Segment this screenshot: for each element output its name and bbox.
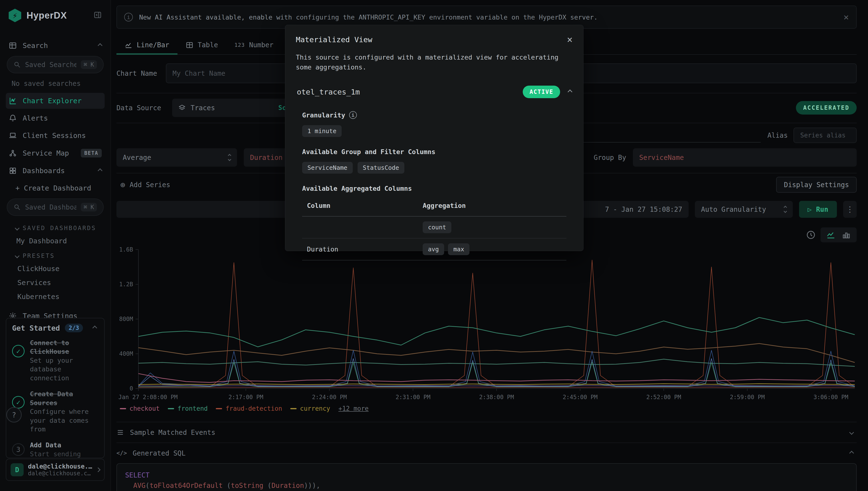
add-series-button[interactable]: ⊕ Add Series [116, 180, 170, 190]
sidebar-item-alerts[interactable]: Alerts [6, 110, 104, 126]
sidebar-collapse-icon[interactable] [94, 11, 102, 20]
legend-item: frontend [168, 405, 208, 412]
generated-sql-row[interactable]: </> Generated SQL [116, 443, 857, 463]
time-history-icon[interactable] [806, 230, 816, 240]
sidebar-item-chart-explorer[interactable]: Chart Explorer [6, 93, 104, 109]
app-title: HyperDX [27, 10, 88, 21]
chevron-down-icon [15, 254, 20, 258]
chevron-up-icon [849, 451, 854, 456]
get-started-card: Get Started 2/3 ✓ Connect to ClickHouse … [6, 318, 104, 458]
active-status-badge: ACTIVE [523, 86, 560, 98]
legend-item: currency [290, 405, 330, 412]
group-filter-columns-label: Available Group and Filter Columns [296, 148, 573, 155]
info-icon: i [124, 13, 133, 22]
check-circle-icon: ✓ [12, 396, 25, 408]
svg-text:0: 0 [130, 385, 133, 392]
user-menu[interactable]: D dale@clickhouse.… dale@clickhouse.c… [6, 459, 104, 481]
sidebar: ⚡ HyperDX Search Saved Searches ⌘ K No s… [0, 0, 111, 491]
no-saved-searches-text: No saved searches [6, 78, 104, 93]
materialized-view-modal: Materialized View × This source is confi… [285, 25, 583, 251]
area-chart-toggle-icon[interactable] [826, 230, 835, 239]
saved-dashboards-input[interactable]: Saved Dashboards ⌘ K [7, 199, 104, 216]
laptop-icon [9, 132, 17, 140]
aggregation-header: Aggregation [423, 202, 466, 209]
sidebar-item-services[interactable]: Services [6, 276, 104, 290]
group-by-label: Group By [594, 154, 626, 162]
group-by-input[interactable]: ServiceName [633, 148, 857, 167]
sidebar-item-clickhouse[interactable]: ClickHouse [6, 262, 104, 276]
svg-text:2:24:00 PM: 2:24:00 PM [312, 394, 347, 401]
sample-matched-events-row[interactable]: Sample Matched Events [116, 422, 857, 442]
svg-text:2:31:00 PM: 2:31:00 PM [396, 394, 430, 401]
generated-sql-code[interactable]: SELECT AVG(toFloat64OrDefault (toString … [116, 463, 857, 491]
modal-close-icon[interactable]: × [567, 35, 573, 45]
filter-column-chip: ServiceName [302, 162, 353, 174]
arrow-right-icon: → [94, 454, 98, 458]
column-header: Column [307, 202, 423, 209]
saved-dashboards-caption[interactable]: SAVED DASHBOARDS [6, 220, 104, 234]
get-started-item-connect[interactable]: ✓ Connect to ClickHouse Set up your data… [12, 339, 98, 382]
accelerated-badge: ACCELERATED [796, 101, 857, 115]
tab-line-bar[interactable]: Line/Bar [116, 41, 177, 54]
svg-text:800M: 800M [119, 316, 133, 322]
layers-icon [178, 104, 186, 111]
create-dashboard-button[interactable]: + Create Dashboard [6, 180, 104, 196]
more-options-button[interactable]: ⋮ [843, 201, 857, 218]
presets-caption[interactable]: PRESETS [6, 248, 104, 262]
hyperdx-logo-icon: ⚡ [9, 9, 21, 22]
beta-badge: BETA [81, 149, 102, 157]
get-started-item-add-data[interactable]: 3 Add Data Start sending logs, metrics, … [12, 441, 98, 458]
user-email: dale@clickhouse.c… [28, 470, 92, 477]
table-icon [186, 41, 193, 49]
updown-icon [228, 154, 231, 161]
granularity-value-chip: 1 minute [302, 125, 342, 137]
granularity-select[interactable]: Auto Granularity [695, 201, 793, 218]
search-icon [13, 204, 21, 211]
banner-close-icon[interactable]: × [843, 12, 849, 22]
svg-text:2:59:00 PM: 2:59:00 PM [730, 394, 765, 401]
sidebar-item-my-dashboard[interactable]: My Dashboard [6, 234, 104, 248]
aggregated-columns-label: Available Aggregated Columns [296, 185, 573, 192]
run-button[interactable]: ▷ Run [799, 201, 837, 218]
table-row: Duration avg max [302, 238, 566, 260]
filter-column-chip: StatusCode [358, 162, 405, 174]
sidebar-item-dashboards[interactable]: Dashboards [6, 163, 104, 179]
svg-text:2:45:00 PM: 2:45:00 PM [563, 394, 598, 401]
get-started-item-sources[interactable]: ✓ Create Data Sources Configure where yo… [12, 390, 98, 434]
sidebar-item-kubernetes[interactable]: Kubernetes [6, 290, 104, 304]
legend-item: checkout [120, 405, 160, 412]
chart-name-label: Chart Name [116, 69, 157, 78]
chevron-up-icon[interactable] [92, 325, 97, 330]
display-settings-button[interactable]: Display Settings [776, 177, 857, 193]
chevron-up-icon[interactable] [568, 89, 572, 94]
svg-text:2:17:00 PM: 2:17:00 PM [228, 394, 263, 401]
aggregation-chip: max [448, 243, 470, 255]
sidebar-item-client-sessions[interactable]: Client Sessions [6, 127, 104, 144]
chevron-down-icon [849, 430, 854, 435]
check-circle-icon: ✓ [12, 345, 25, 357]
chevron-up-icon [98, 43, 102, 48]
get-started-progress-badge: 2/3 [65, 324, 83, 332]
chevron-right-icon [96, 467, 100, 472]
help-button[interactable]: ? [6, 407, 22, 423]
aggregation-select[interactable]: Average [116, 148, 237, 167]
sidebar-item-service-map[interactable]: Service Map BETA [6, 145, 104, 161]
modal-title: Materialized View [296, 35, 372, 44]
tab-table[interactable]: Table [177, 41, 226, 54]
bar-chart-toggle-icon[interactable] [842, 230, 851, 239]
table-row: count [302, 216, 566, 238]
saved-searches-input[interactable]: Saved Searches ⌘ K [7, 56, 104, 73]
line-chart-icon [125, 41, 132, 49]
legend-more-link[interactable]: +12 more [338, 405, 369, 412]
series-alias-input[interactable] [794, 127, 857, 143]
code-icon: </> [116, 450, 127, 457]
svg-text:2:38:00 PM: 2:38:00 PM [479, 394, 514, 401]
chart-legend: checkout frontend fraud-detection curren… [120, 405, 857, 412]
data-source-label: Data Source [116, 104, 161, 112]
timeseries-chart[interactable]: 0400M800M1.2B1.6BJan 27 2:08:00 PM2:17:0… [116, 243, 857, 403]
sidebar-item-search[interactable]: Search [6, 38, 104, 54]
legend-item: fraud-detection [216, 405, 282, 412]
svg-text:3:06:00 PM: 3:06:00 PM [813, 394, 848, 401]
svg-text:1.2B: 1.2B [119, 281, 133, 288]
tab-number[interactable]: 123 Number [226, 41, 281, 54]
